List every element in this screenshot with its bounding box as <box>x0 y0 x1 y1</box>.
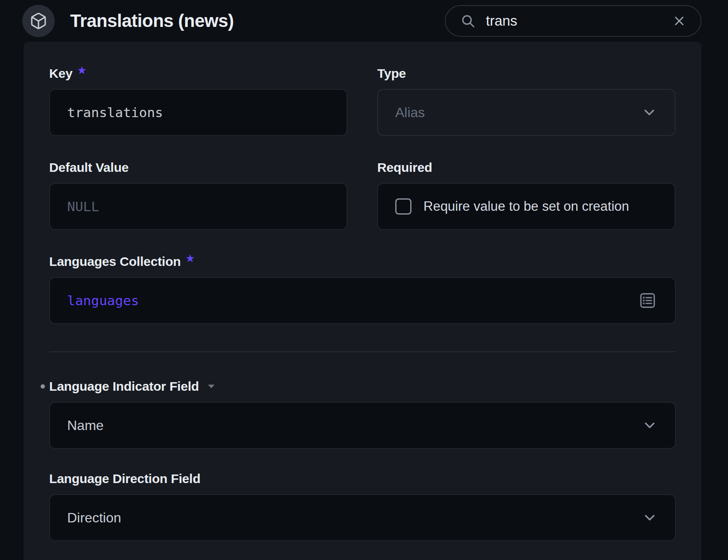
search-icon <box>460 13 476 29</box>
field-type: Type Alias <box>377 66 675 136</box>
field-languages-collection: Languages Collection ★ languages <box>49 254 676 324</box>
type-label: Type <box>377 66 675 81</box>
field-detail-drawer: Translations (news) Key ★ <box>0 0 728 560</box>
languages-collection-value: languages <box>67 293 139 308</box>
form-row-2: Default Value Required Require value to … <box>49 160 676 230</box>
default-value-input-box <box>49 183 347 230</box>
languages-collection-label: Languages Collection ★ <box>49 254 676 269</box>
required-label: Required <box>377 160 675 175</box>
language-indicator-select[interactable]: Name <box>49 402 676 449</box>
key-input-box <box>49 89 347 136</box>
languages-collection-input-box: languages <box>49 277 676 324</box>
collection-avatar <box>22 5 55 37</box>
box-icon <box>30 12 47 30</box>
section-divider <box>49 351 676 352</box>
field-language-indicator: Language Indicator Field Name <box>49 379 676 449</box>
chevron-down-icon <box>641 104 657 121</box>
language-direction-label: Language Direction Field <box>49 471 676 486</box>
language-indicator-label: Language Indicator Field <box>49 379 676 394</box>
language-direction-select-value: Direction <box>67 510 121 526</box>
search-input[interactable] <box>486 13 671 29</box>
page-title: Translations (news) <box>70 11 234 31</box>
list-alt-icon <box>638 291 657 310</box>
field-default-value: Default Value <box>49 160 347 230</box>
required-checkbox-label: Require value to be set on creation <box>423 199 629 214</box>
required-checkbox[interactable] <box>395 198 411 215</box>
default-value-label: Default Value <box>49 160 347 175</box>
default-value-input[interactable] <box>67 199 329 214</box>
type-select-value: Alias <box>395 105 425 121</box>
field-form-card: Key ★ Type Alias <box>24 42 701 560</box>
form-row-1: Key ★ Type Alias <box>49 66 676 136</box>
clear-search-button[interactable] <box>671 12 688 29</box>
language-direction-select[interactable]: Direction <box>49 494 676 541</box>
key-input[interactable] <box>67 105 329 120</box>
required-checkbox-row[interactable]: Require value to be set on creation <box>377 183 675 230</box>
field-menu-toggle[interactable] <box>206 381 217 392</box>
required-star-icon: ★ <box>186 253 195 264</box>
chevron-down-icon <box>642 417 658 433</box>
key-label: Key ★ <box>49 66 347 81</box>
field-language-direction: Language Direction Field Direction <box>49 471 676 541</box>
close-icon <box>672 14 687 28</box>
chevron-down-icon <box>642 510 658 526</box>
drawer-header: Translations (news) <box>0 0 728 42</box>
language-indicator-select-value: Name <box>67 418 104 433</box>
field-edited-dot <box>41 384 45 389</box>
field-key: Key ★ <box>49 66 347 136</box>
triangle-down-icon <box>206 381 217 392</box>
field-required: Required Require value to be set on crea… <box>377 160 675 230</box>
select-collection-button[interactable] <box>637 290 658 311</box>
search-box <box>445 5 701 37</box>
required-star-icon: ★ <box>77 65 86 76</box>
type-select: Alias <box>377 89 675 136</box>
